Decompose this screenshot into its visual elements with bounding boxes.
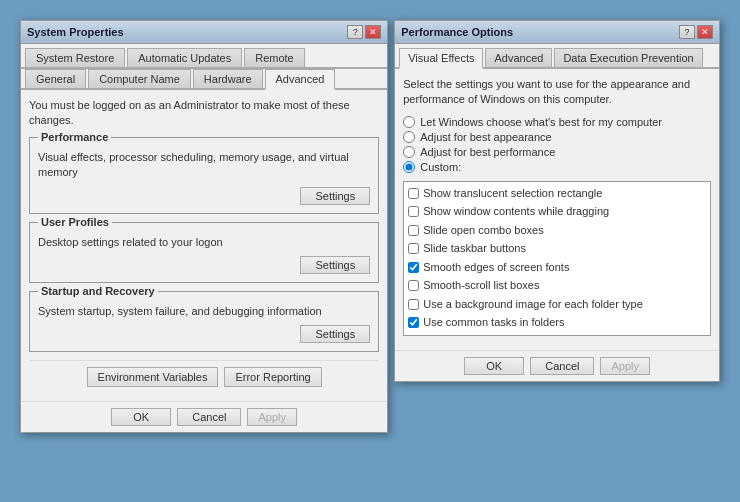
- tab-system-restore[interactable]: System Restore: [25, 48, 125, 67]
- title-bar: System Properties ? ✕: [21, 21, 387, 44]
- list-item: Show window contents while dragging: [406, 202, 708, 221]
- bottom-buttons: Environment Variables Error Reporting: [29, 360, 379, 393]
- custom-effect-checkbox-7[interactable]: [408, 317, 419, 328]
- window-title: System Properties: [27, 26, 124, 38]
- custom-effect-checkbox-1[interactable]: [408, 206, 419, 217]
- user-profiles-settings-row: Settings: [38, 256, 370, 274]
- performance-desc: Visual effects, processor scheduling, me…: [38, 150, 370, 181]
- custom-effect-checkbox-4[interactable]: [408, 262, 419, 273]
- perf-cancel-button[interactable]: Cancel: [530, 357, 594, 375]
- title-bar-buttons: ? ✕: [347, 25, 381, 39]
- tab-general[interactable]: General: [25, 69, 86, 88]
- tab-data-execution[interactable]: Data Execution Prevention: [554, 48, 702, 67]
- tab-advanced-perf[interactable]: Advanced: [485, 48, 552, 67]
- performance-options-window: Performance Options ? ✕ Visual Effects A…: [394, 20, 720, 382]
- perf-title-bar-buttons: ? ✕: [679, 25, 713, 39]
- radio-best-performance: Adjust for best performance: [403, 146, 711, 158]
- list-item: Smooth-scroll list boxes: [406, 276, 708, 295]
- custom-effect-checkbox-5[interactable]: [408, 280, 419, 291]
- custom-effect-label-4: Smooth edges of screen fonts: [423, 259, 569, 276]
- perf-tab-bar: Visual Effects Advanced Data Execution P…: [395, 44, 719, 69]
- performance-settings-row: Settings: [38, 187, 370, 205]
- user-profiles-label: User Profiles: [38, 216, 112, 228]
- user-profiles-desc: Desktop settings related to your logon: [38, 235, 370, 250]
- list-item: Smooth edges of screen fonts: [406, 258, 708, 277]
- list-item: Slide taskbar buttons: [406, 239, 708, 258]
- perf-title-bar: Performance Options ? ✕: [395, 21, 719, 44]
- custom-effect-checkbox-3[interactable]: [408, 243, 419, 254]
- tab-visual-effects[interactable]: Visual Effects: [399, 48, 483, 69]
- custom-effects-list[interactable]: Show translucent selection rectangleShow…: [403, 181, 711, 336]
- list-item: Use drop shadows for icon labels on the …: [406, 332, 708, 336]
- tab-computer-name[interactable]: Computer Name: [88, 69, 191, 88]
- tab-bar-row1: System Restore Automatic Updates Remote: [21, 44, 387, 69]
- custom-effect-checkbox-6[interactable]: [408, 299, 419, 310]
- custom-effect-label-5: Smooth-scroll list boxes: [423, 277, 539, 294]
- list-item: Show translucent selection rectangle: [406, 184, 708, 203]
- custom-effect-label-7: Use common tasks in folders: [423, 314, 564, 331]
- radio-custom-label: Custom:: [420, 161, 461, 173]
- custom-effect-label-3: Slide taskbar buttons: [423, 240, 526, 257]
- radio-best-appearance: Adjust for best appearance: [403, 131, 711, 143]
- radio-best-appearance-input[interactable]: [403, 131, 415, 143]
- perf-ok-button[interactable]: OK: [464, 357, 524, 375]
- radio-custom-input[interactable]: [403, 161, 415, 173]
- ok-cancel-row: OK Cancel Apply: [21, 401, 387, 432]
- perf-window-title: Performance Options: [401, 26, 513, 38]
- tab-hardware[interactable]: Hardware: [193, 69, 263, 88]
- user-profiles-settings-button[interactable]: Settings: [300, 256, 370, 274]
- custom-effect-label-1: Show window contents while dragging: [423, 203, 609, 220]
- close-button[interactable]: ✕: [365, 25, 381, 39]
- advanced-page: You must be logged on as an Administrato…: [21, 90, 387, 401]
- startup-recovery-label: Startup and Recovery: [38, 285, 158, 297]
- system-properties-window: System Properties ? ✕ System Restore Aut…: [20, 20, 388, 433]
- radio-custom: Custom:: [403, 161, 711, 173]
- perf-help-button[interactable]: ?: [679, 25, 695, 39]
- custom-effect-label-8: Use drop shadows for icon labels on the …: [423, 333, 660, 336]
- apply-button[interactable]: Apply: [247, 408, 297, 426]
- performance-group: Performance Visual effects, processor sc…: [29, 137, 379, 214]
- custom-effect-label-6: Use a background image for each folder t…: [423, 296, 643, 313]
- list-item: Use a background image for each folder t…: [406, 295, 708, 314]
- list-item: Slide open combo boxes: [406, 221, 708, 240]
- radio-let-windows: Let Windows choose what's best for my co…: [403, 116, 711, 128]
- ok-button[interactable]: OK: [111, 408, 171, 426]
- custom-effect-checkbox-2[interactable]: [408, 225, 419, 236]
- radio-let-windows-input[interactable]: [403, 116, 415, 128]
- startup-recovery-settings-button[interactable]: Settings: [300, 325, 370, 343]
- user-profiles-group: User Profiles Desktop settings related t…: [29, 222, 379, 283]
- radio-let-windows-label: Let Windows choose what's best for my co…: [420, 116, 662, 128]
- perf-apply-button[interactable]: Apply: [600, 357, 650, 375]
- tab-advanced[interactable]: Advanced: [265, 69, 336, 90]
- radio-best-performance-input[interactable]: [403, 146, 415, 158]
- perf-description: Select the settings you want to use for …: [403, 77, 711, 108]
- radio-best-appearance-label: Adjust for best appearance: [420, 131, 551, 143]
- cancel-button[interactable]: Cancel: [177, 408, 241, 426]
- admin-note: You must be logged on as an Administrato…: [29, 98, 379, 129]
- tab-automatic-updates[interactable]: Automatic Updates: [127, 48, 242, 67]
- perf-ok-cancel-row: OK Cancel Apply: [395, 350, 719, 381]
- startup-recovery-settings-row: Settings: [38, 325, 370, 343]
- tab-remote[interactable]: Remote: [244, 48, 305, 67]
- startup-recovery-group: Startup and Recovery System startup, sys…: [29, 291, 379, 352]
- error-reporting-button[interactable]: Error Reporting: [224, 367, 321, 387]
- performance-settings-button[interactable]: Settings: [300, 187, 370, 205]
- custom-effect-checkbox-0[interactable]: [408, 188, 419, 199]
- startup-recovery-desc: System startup, system failure, and debu…: [38, 304, 370, 319]
- custom-effect-label-2: Slide open combo boxes: [423, 222, 543, 239]
- perf-close-button[interactable]: ✕: [697, 25, 713, 39]
- radio-group: Let Windows choose what's best for my co…: [403, 116, 711, 173]
- custom-effect-label-0: Show translucent selection rectangle: [423, 185, 602, 202]
- visual-effects-content: Select the settings you want to use for …: [395, 69, 719, 344]
- help-button[interactable]: ?: [347, 25, 363, 39]
- performance-label: Performance: [38, 131, 111, 143]
- environment-variables-button[interactable]: Environment Variables: [87, 367, 219, 387]
- tab-bar-row2: General Computer Name Hardware Advanced: [21, 69, 387, 90]
- radio-best-performance-label: Adjust for best performance: [420, 146, 555, 158]
- list-item: Use common tasks in folders: [406, 313, 708, 332]
